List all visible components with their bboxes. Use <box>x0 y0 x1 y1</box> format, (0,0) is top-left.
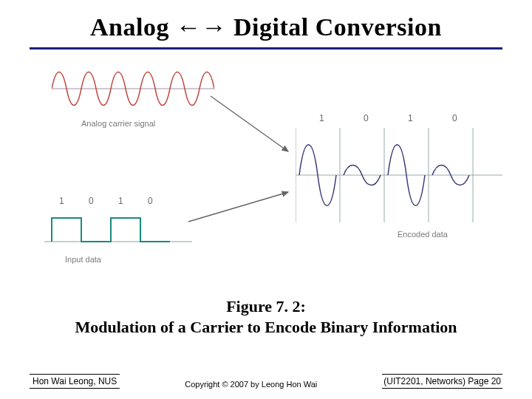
arrow-input-to-encoded-icon <box>188 192 288 222</box>
input-bit-1b: 1 <box>118 196 123 206</box>
footer: Hon Wai Leong, NUS Copyright © 2007 by L… <box>30 374 502 389</box>
title-word-analog: Analog <box>90 13 169 41</box>
arrow-carrier-to-encoded-icon <box>211 96 288 151</box>
figure-number: Figure 7. 2: <box>30 296 502 317</box>
footer-author: Hon Wai Leong, NUS <box>30 374 120 389</box>
encoded-bit-0a: 0 <box>364 113 369 123</box>
title-block: Analog ←→ Digital Conversion <box>30 13 502 50</box>
diagram-area: Analog carrier signal 1 0 1 0 Input data… <box>30 55 502 292</box>
encoded-label: Encoded data <box>398 230 448 239</box>
caption-block: Figure 7. 2: Modulation of a Carrier to … <box>30 296 502 337</box>
input-bit-1a: 1 <box>59 196 64 206</box>
encoded-data-plot <box>296 123 502 227</box>
footer-pageinfo: (UIT2201, Networks) Page 20 <box>382 374 502 389</box>
carrier-signal-plot <box>52 63 214 115</box>
figure-caption: Modulation of a Carrier to Encode Binary… <box>30 317 502 338</box>
footer-page-block: (UIT2201, Networks) Page 20 <box>382 374 502 389</box>
slide: Analog ←→ Digital Conversion Analog carr… <box>0 0 532 399</box>
footer-author-block: Hon Wai Leong, NUS <box>30 374 120 389</box>
carrier-label: Analog carrier signal <box>81 119 155 128</box>
title-underline <box>30 47 502 50</box>
input-label: Input data <box>65 255 101 264</box>
encoded-bit-1b: 1 <box>408 113 413 123</box>
encoded-bit-1a: 1 <box>319 113 324 123</box>
arrow-left-right-icon: ←→ <box>176 13 227 41</box>
input-data-plot <box>44 208 192 252</box>
slide-title: Analog ←→ Digital Conversion <box>30 13 502 41</box>
footer-copyright: Copyright © 2007 by Leong Hon Wai <box>120 380 382 389</box>
input-bit-0a: 0 <box>89 196 94 206</box>
title-word-digital-conversion: Digital Conversion <box>233 13 442 41</box>
input-bit-0b: 0 <box>148 196 153 206</box>
encoded-bit-0b: 0 <box>452 113 457 123</box>
